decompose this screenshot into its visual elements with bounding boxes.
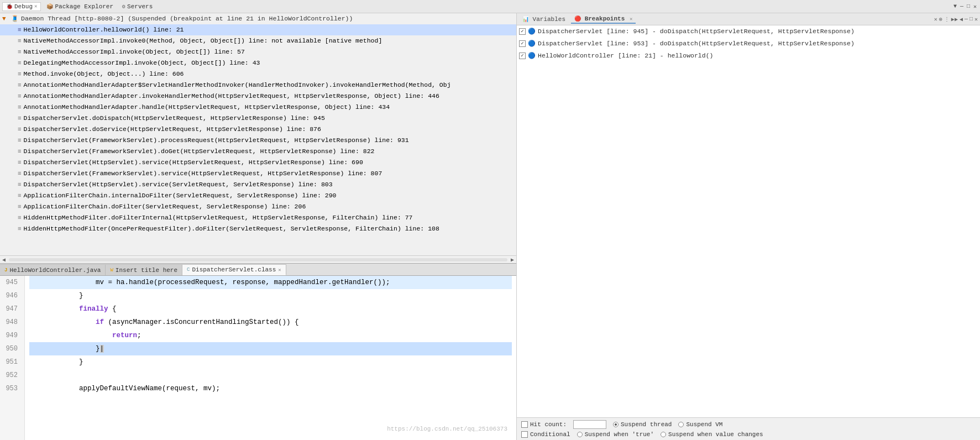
variables-tab-icon: 📊 xyxy=(522,17,529,23)
suspend-when-true-option: Suspend when 'true' xyxy=(577,431,654,438)
bp-checkbox-2[interactable] xyxy=(519,53,526,59)
package-explorer-tab[interactable]: 📦 Package Explorer xyxy=(43,3,117,11)
suspend-when-changes-option: Suspend when value changes xyxy=(661,431,763,438)
debug-tabs: 🐞 Debug ✕ 📦 Package Explorer ⚙ Servers xyxy=(2,2,156,11)
editor-tab-dispatcher[interactable]: C DispatcherServlet.class ✕ xyxy=(182,264,286,275)
stack-frame-17[interactable]: ≡ HiddenHttpMethodFilter.doFilterInterna… xyxy=(0,212,516,223)
remove-all-breakpoints-button[interactable]: ⊗ xyxy=(939,16,942,23)
breakpoint-item-0[interactable]: 🔵 DispatcherServlet [line: 945] - doDisp… xyxy=(517,25,980,38)
frame-icon-18: ≡ xyxy=(18,224,22,234)
breakpoints-tab-icon: 🔴 xyxy=(574,16,581,22)
suspend-when-true-radio[interactable] xyxy=(577,432,583,437)
dispatcher-tab-close[interactable]: ✕ xyxy=(278,267,281,273)
stack-frame-11[interactable]: ≡ DispatcherServlet(FrameworkServlet).do… xyxy=(0,146,516,157)
debug-tab[interactable]: 🐞 Debug ✕ xyxy=(2,2,41,11)
code-content[interactable]: mv = ha.handle(processedRequest, respons… xyxy=(25,276,516,440)
close-right-button[interactable]: ✕ xyxy=(974,16,978,23)
breakpoint-item-1[interactable]: 🔵 DispatcherServlet [line: 953] - doDisp… xyxy=(517,38,980,50)
close-debug-button[interactable]: ✕ xyxy=(972,3,978,10)
suspend-thread-label: Suspend thread xyxy=(621,421,672,428)
stack-frame-text-4: Method.invoke(Object, Object...) line: 6… xyxy=(24,69,184,79)
stack-frame-text-3: DelegatingMethodAccessorImpl.invoke(Obje… xyxy=(24,58,260,68)
scroll-right-arrow[interactable]: ▶ xyxy=(509,256,516,263)
stack-frame-text-8: DispatcherServlet.doDispatch(HttpServlet… xyxy=(24,113,325,123)
minimize-right-button[interactable]: — xyxy=(965,16,968,22)
line-num-951: 951 xyxy=(4,355,20,369)
stack-frame-7[interactable]: ≡ AnnotationMethodHandlerAdapter.handle(… xyxy=(0,102,516,113)
code-line-945: mv = ha.handle(processedRequest, respons… xyxy=(29,276,512,289)
line-num-953: 953 xyxy=(4,382,20,395)
bp-dot-icon-1: 🔵 xyxy=(528,39,536,49)
maximize-debug-button[interactable]: — xyxy=(959,3,965,10)
bp-text-2: HelloWorldController [line: 21] - hellow… xyxy=(538,51,713,61)
hit-count-checkbox[interactable] xyxy=(521,421,528,428)
stack-frame-2[interactable]: ≡ NativeMethodAccessorImpl.invoke(Object… xyxy=(0,46,516,57)
stack-frame-16[interactable]: ≡ ApplicationFilterChain.doFilter(Servle… xyxy=(0,201,516,212)
breakpoints-tab-close[interactable]: ✕ xyxy=(630,17,632,22)
h-scroll-track[interactable] xyxy=(9,258,507,261)
variables-tab[interactable]: 📊 Variables xyxy=(519,15,569,23)
keyword-return: return xyxy=(112,332,137,339)
stack-frame-0[interactable]: ≡ HelloWorldController.helloworld() line… xyxy=(0,24,516,35)
suspend-thread-radio[interactable] xyxy=(613,422,619,427)
line-num-950: 950 xyxy=(4,342,20,355)
left-panel: ▼ 🧵 Daemon Thread [http-8080-2] (Suspend… xyxy=(0,13,517,440)
servers-tab[interactable]: ⚙ Servers xyxy=(119,3,156,11)
thread-item[interactable]: ▼ 🧵 Daemon Thread [http-8080-2] (Suspend… xyxy=(0,13,516,24)
editor-tabs: J HelloWorldController.java W Insert tit… xyxy=(0,264,516,276)
servers-icon: ⚙ xyxy=(122,3,125,10)
stack-frame-4[interactable]: ≡ Method.invoke(Object, Object...) line:… xyxy=(0,69,516,80)
stack-frame-6[interactable]: ≡ AnnotationMethodHandlerAdapter.invokeH… xyxy=(0,91,516,102)
remove-breakpoint-button[interactable]: ✕ xyxy=(934,16,937,23)
hit-count-input[interactable] xyxy=(573,420,606,429)
stack-frame-14[interactable]: ≡ DispatcherServlet(HttpServlet).service… xyxy=(0,179,516,190)
stack-frame-12[interactable]: ≡ DispatcherServlet(HttpServlet).service… xyxy=(0,157,516,168)
frame-icon-9: ≡ xyxy=(18,124,22,134)
breakpoints-tab[interactable]: 🔴 Breakpoints ✕ xyxy=(571,15,636,24)
stack-frame-13[interactable]: ≡ DispatcherServlet(FrameworkServlet).se… xyxy=(0,168,516,179)
restore-debug-button[interactable]: □ xyxy=(966,3,971,10)
collapse-breakpoints-button[interactable]: ◀ xyxy=(960,16,963,23)
bp-checkbox-1[interactable] xyxy=(519,40,526,47)
conditional-checkbox[interactable] xyxy=(521,431,528,438)
stack-frame-text-6: AnnotationMethodHandlerAdapter.invokeHan… xyxy=(24,91,439,101)
breakpoints-menu-button[interactable]: ⋮ xyxy=(944,16,950,23)
stack-frame-9[interactable]: ≡ DispatcherServlet.doService(HttpServle… xyxy=(0,124,516,135)
code-line-951: } xyxy=(29,355,512,369)
bp-dot-icon-2: 🔵 xyxy=(528,51,536,61)
bp-checkbox-0[interactable] xyxy=(519,28,526,35)
stack-trace-list[interactable]: ▼ 🧵 Daemon Thread [http-8080-2] (Suspend… xyxy=(0,13,516,255)
stack-frame-15[interactable]: ≡ ApplicationFilterChain.internalDoFilte… xyxy=(0,190,516,201)
stack-trace-container: ▼ 🧵 Daemon Thread [http-8080-2] (Suspend… xyxy=(0,13,516,255)
line-num-946: 946 xyxy=(4,289,20,302)
suspend-when-changes-radio[interactable] xyxy=(661,432,666,437)
stack-horizontal-scrollbar[interactable]: ◀ ▶ xyxy=(0,255,516,263)
maximize-right-button[interactable]: □ xyxy=(969,16,973,22)
editor-tab-title[interactable]: W Insert title here xyxy=(106,264,182,275)
expand-breakpoints-button[interactable]: ▶▶ xyxy=(951,16,958,23)
stack-frame-text-14: DispatcherServlet(HttpServlet).service(S… xyxy=(24,180,333,190)
frame-icon-6: ≡ xyxy=(18,91,22,101)
stack-frame-8[interactable]: ≡ DispatcherServlet.doDispatch(HttpServl… xyxy=(0,113,516,124)
stack-frame-1[interactable]: ≡ NativeMethodAccessorImpl.invoke0(Metho… xyxy=(0,35,516,46)
stack-frame-3[interactable]: ≡ DelegatingMethodAccessorImpl.invoke(Ob… xyxy=(0,57,516,69)
frame-icon-11: ≡ xyxy=(18,146,22,156)
code-line-952 xyxy=(29,369,512,382)
minimize-debug-button[interactable]: ▼ xyxy=(952,3,958,10)
scroll-left-arrow[interactable]: ◀ xyxy=(0,256,8,263)
breakpoint-item-2[interactable]: 🔵 HelloWorldController [line: 21] - hell… xyxy=(517,50,980,62)
package-explorer-icon: 📦 xyxy=(46,3,53,10)
suspend-vm-radio[interactable] xyxy=(678,422,684,427)
stack-frame-text-11: DispatcherServlet(FrameworkServlet).doGe… xyxy=(24,146,375,156)
stack-frame-18[interactable]: ≡ HiddenHttpMethodFilter(OncePerRequestF… xyxy=(0,223,516,234)
stack-frame-5[interactable]: ≡ AnnotationMethodHandlerAdapter$Servlet… xyxy=(0,80,516,91)
suspend-when-true-label: Suspend when 'true' xyxy=(585,431,654,438)
servers-label: Servers xyxy=(127,3,153,10)
debug-tab-close[interactable]: ✕ xyxy=(34,3,37,9)
suspend-when-changes-label: Suspend when value changes xyxy=(668,431,763,438)
editor-tab-hello[interactable]: J HelloWorldController.java xyxy=(0,264,106,275)
options-panel: Hit count: Suspend thread Suspend VM Con… xyxy=(517,417,980,440)
stack-frame-10[interactable]: ≡ DispatcherServlet(FrameworkServlet).pr… xyxy=(0,135,516,146)
hit-count-item: Hit count: xyxy=(521,421,567,428)
title-tab-label: Insert title here xyxy=(116,267,177,274)
